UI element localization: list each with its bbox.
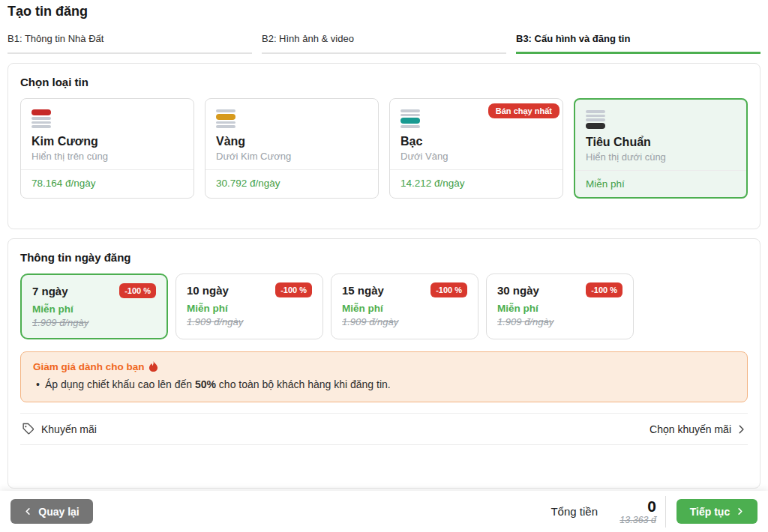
promotion-label: Khuyến mãi (41, 423, 97, 435)
promotion-row[interactable]: Khuyến mãi Chọn khuyến mãi (20, 414, 748, 444)
tag-icon (22, 423, 34, 435)
type-desc: Hiển thị trên cùng (32, 151, 183, 162)
listing-type-heading: Chọn loại tin (20, 76, 748, 88)
tab-step1-property-info[interactable]: B1: Thông tin Nhà Đất (8, 33, 252, 54)
duration-section: Thông tin ngày đăng 7 ngày -100 % Miễn p… (8, 238, 760, 489)
rank-top-icon (32, 109, 51, 128)
type-card-vang[interactable]: Vàng Dưới Kim Cương 30.792 đ/ngày (205, 98, 379, 199)
type-desc: Dưới Kim Cương (216, 151, 368, 162)
duration-label: 7 ngày (32, 285, 68, 297)
type-price: 78.164 đ/ngày (21, 169, 194, 198)
type-name: Bạc (400, 135, 552, 148)
listing-type-cards: Kim Cương Hiển thị trên cùng 78.164 đ/ng… (20, 98, 748, 199)
divider (665, 496, 666, 528)
duration-label: 15 ngày (342, 284, 384, 297)
chevron-right-icon (736, 424, 746, 435)
continue-button[interactable]: Tiếp tục (676, 499, 758, 524)
duration-price: Miễn phí (497, 303, 622, 314)
duration-label: 30 ngày (497, 284, 539, 297)
rank-second-icon (216, 109, 236, 128)
create-listing-page: Tạo tin đăng B1: Thông tin Nhà Đất B2: H… (0, 0, 768, 532)
type-desc: Dưới Vàng (400, 151, 552, 162)
discount-badge: -100 % (430, 282, 467, 297)
best-seller-badge: Bán chạy nhất (488, 103, 560, 118)
duration-card-30-days[interactable]: 30 ngày -100 % Miễn phí 1.909 đ/ngày (486, 273, 634, 339)
step-tabs: B1: Thông tin Nhà Đất B2: Hình ảnh & vid… (8, 33, 760, 54)
chevron-left-icon (24, 507, 32, 516)
discount-badge: -100 % (119, 283, 156, 298)
duration-price: Miễn phí (187, 303, 312, 314)
duration-old-price: 1.909 đ/ngày (342, 316, 467, 327)
tab-step3-config-publish[interactable]: B3: Cấu hình và đăng tin (516, 33, 760, 54)
type-name: Kim Cương (32, 135, 183, 148)
listing-type-section: Chọn loại tin Kim Cương Hiển thị trên cù… (8, 63, 760, 229)
discount-badge: -100 % (586, 282, 622, 297)
duration-old-price: 1.909 đ/ngày (32, 317, 156, 328)
duration-old-price: 1.909 đ/ngày (497, 316, 622, 327)
back-button[interactable]: Quay lại (10, 499, 93, 524)
type-price: 30.792 đ/ngày (206, 169, 378, 198)
duration-price: Miễn phí (32, 303, 156, 315)
bullet-marker: • (36, 378, 40, 390)
type-price: Miễn phí (575, 170, 746, 199)
discount-badge: -100 % (275, 282, 312, 297)
page-title: Tạo tin đăng (8, 4, 88, 19)
footer-bar: Quay lại Tổng tiền 0 13.363 đ Tiếp tục (0, 491, 768, 532)
rank-third-icon (400, 109, 420, 128)
type-card-bac[interactable]: Bán chạy nhất Bạc Dưới Vàng 14.212 đ/ngà… (389, 98, 563, 199)
type-name: Tiêu Chuẩn (586, 136, 736, 149)
total-label: Tổng tiền (550, 505, 598, 518)
duration-heading: Thông tin ngày đăng (20, 251, 748, 264)
total-value: 0 (647, 498, 656, 515)
divider (20, 444, 748, 445)
duration-card-10-days[interactable]: 10 ngày -100 % Miễn phí 1.909 đ/ngày (176, 273, 323, 339)
type-card-kim-cuong[interactable]: Kim Cương Hiển thị trên cùng 78.164 đ/ng… (20, 98, 194, 199)
rank-bottom-icon (586, 110, 605, 129)
type-name: Vàng (216, 135, 368, 148)
duration-label: 10 ngày (187, 284, 229, 297)
discount-note-title: Giảm giá dành cho bạn (33, 361, 145, 372)
type-desc: Hiển thị dưới cùng (586, 151, 736, 163)
fire-icon (148, 361, 158, 372)
duration-options: 7 ngày -100 % Miễn phí 1.909 đ/ngày 10 n… (20, 273, 748, 339)
discount-note-text: •Áp dụng chiết khấu cao lên đến 50% cho … (33, 378, 735, 390)
choose-promotion-link[interactable]: Chọn khuyến mãi (650, 423, 731, 435)
total-original-price: 13.363 đ (620, 515, 656, 525)
duration-card-15-days[interactable]: 15 ngày -100 % Miễn phí 1.909 đ/ngày (331, 273, 478, 339)
discount-note-box: Giảm giá dành cho bạn •Áp dụng chiết khấ… (20, 351, 748, 402)
type-price: 14.212 đ/ngày (390, 169, 562, 198)
type-card-tieu-chuan[interactable]: Tiêu Chuẩn Hiển thị dưới cùng Miễn phí (574, 98, 748, 199)
duration-price: Miễn phí (342, 303, 467, 314)
tab-step2-images-video[interactable]: B2: Hình ảnh & video (262, 33, 506, 54)
duration-old-price: 1.909 đ/ngày (187, 316, 312, 327)
total-amount: 0 13.363 đ (611, 498, 656, 525)
chevron-right-icon (736, 507, 744, 516)
duration-card-7-days[interactable]: 7 ngày -100 % Miễn phí 1.909 đ/ngày (20, 273, 168, 339)
